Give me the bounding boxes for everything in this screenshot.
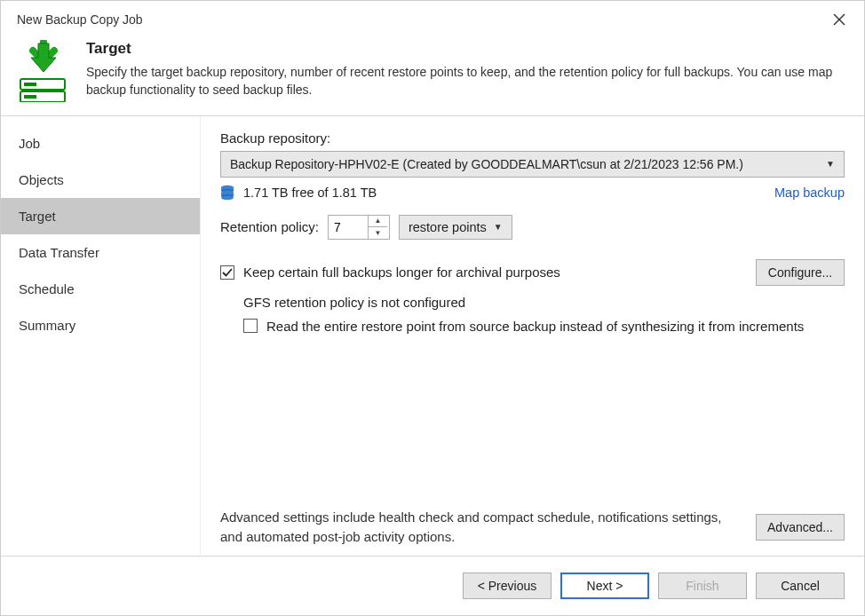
- page-description: Specify the target backup repository, nu…: [86, 63, 848, 99]
- retention-unit-value: restore points: [409, 220, 487, 234]
- sidebar-item-objects[interactable]: Objects: [1, 162, 200, 198]
- sidebar-item-summary[interactable]: Summary: [1, 307, 200, 344]
- sidebar-item-data-transfer[interactable]: Data Transfer: [1, 234, 200, 271]
- spinner-down[interactable]: ▼: [369, 227, 387, 239]
- window-title: New Backup Copy Job: [17, 12, 143, 27]
- chevron-down-icon: ▼: [494, 222, 503, 232]
- close-button[interactable]: [827, 9, 852, 30]
- repository-label: Backup repository:: [220, 130, 845, 146]
- retention-spinner[interactable]: ▲ ▼: [328, 215, 390, 240]
- keep-full-checkbox[interactable]: [220, 265, 234, 280]
- svg-point-12: [221, 195, 234, 199]
- content-panel: Backup repository: Backup Repository-HPH…: [201, 116, 864, 556]
- wizard-sidebar: Job Objects Target Data Transfer Schedul…: [1, 116, 201, 556]
- close-icon: [833, 13, 845, 26]
- spinner-up[interactable]: ▲: [369, 216, 387, 228]
- retention-label: Retention policy:: [220, 219, 319, 234]
- finish-button: Finish: [658, 573, 747, 599]
- gfs-status-text: GFS retention policy is not configured: [243, 295, 845, 310]
- svg-rect-5: [24, 95, 36, 99]
- wizard-footer: < Previous Next > Finish Cancel: [1, 556, 864, 616]
- map-backup-link[interactable]: Map backup: [774, 186, 845, 200]
- wizard-header: Target Specify the target backup reposit…: [1, 35, 864, 115]
- keep-full-label: Keep certain full backups longer for arc…: [243, 265, 560, 280]
- previous-button[interactable]: < Previous: [463, 573, 552, 599]
- read-entire-label: Read the entire restore point from sourc…: [266, 319, 804, 334]
- retention-unit-dropdown[interactable]: restore points ▼: [399, 215, 512, 240]
- svg-rect-3: [24, 83, 36, 86]
- disk-icon: [220, 185, 234, 201]
- repository-value: Backup Repository-HPHV02-E (Created by G…: [230, 157, 743, 171]
- advanced-button[interactable]: Advanced...: [756, 514, 845, 541]
- configure-button[interactable]: Configure...: [756, 259, 845, 286]
- page-title: Target: [86, 40, 848, 58]
- check-icon: [222, 267, 233, 278]
- repository-dropdown[interactable]: Backup Repository-HPHV02-E (Created by G…: [220, 151, 845, 178]
- chevron-down-icon: ▼: [826, 159, 835, 169]
- next-button[interactable]: Next >: [560, 573, 649, 599]
- read-entire-checkbox[interactable]: [243, 319, 258, 333]
- sidebar-item-schedule[interactable]: Schedule: [1, 271, 200, 307]
- titlebar: New Backup Copy Job: [1, 1, 864, 35]
- target-icon: [17, 40, 70, 93]
- sidebar-item-job[interactable]: Job: [1, 125, 200, 162]
- advanced-description: Advanced settings include health check a…: [220, 508, 743, 547]
- retention-input[interactable]: [329, 216, 368, 239]
- free-space-text: 1.71 TB free of 1.81 TB: [243, 186, 377, 200]
- cancel-button[interactable]: Cancel: [756, 573, 845, 599]
- sidebar-item-target[interactable]: Target: [1, 198, 200, 234]
- header-text: Target Specify the target backup reposit…: [86, 40, 848, 99]
